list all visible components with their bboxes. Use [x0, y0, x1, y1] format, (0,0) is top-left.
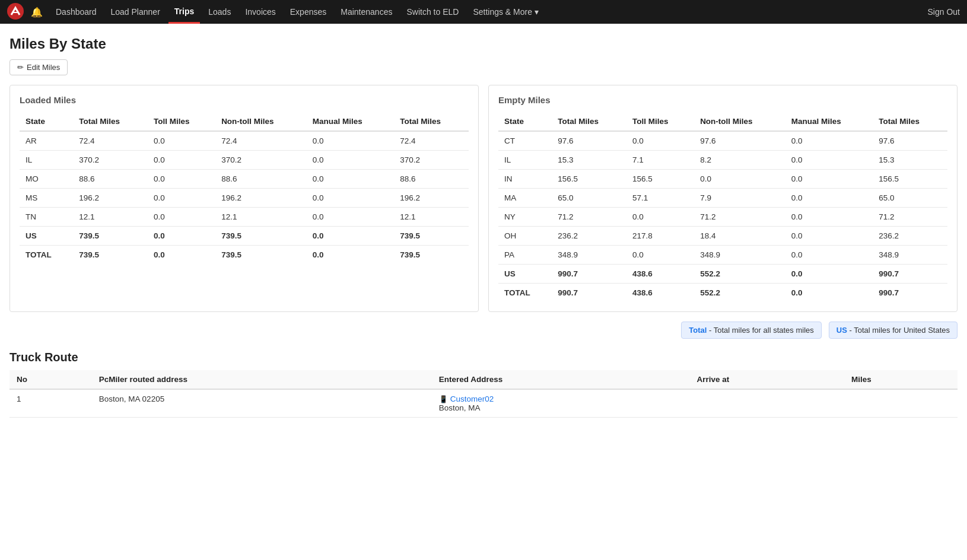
table-row: IL15.37.18.20.015.3: [498, 151, 947, 170]
table-cell: 71.2: [552, 208, 626, 227]
table-cell: 196.2: [73, 189, 148, 208]
table-cell: 739.5: [394, 246, 469, 265]
table-cell: 739.5: [215, 227, 307, 246]
em-col-total-miles: Total Miles: [552, 112, 626, 131]
lm-col-toll-miles: Toll Miles: [148, 112, 215, 131]
main-content: Miles By State ✏ Edit Miles Loaded Miles…: [0, 24, 967, 429]
table-cell: 0.0: [148, 151, 215, 170]
route-miles: [844, 389, 958, 418]
nav-item-switch-eld[interactable]: Switch to ELD: [400, 0, 465, 24]
table-row: TOTAL739.50.0739.50.0739.5: [20, 246, 469, 265]
table-cell: 370.2: [73, 151, 148, 170]
empty-miles-body: CT97.60.097.60.097.6IL15.37.18.20.015.3I…: [498, 131, 947, 302]
page-title: Miles By State: [9, 36, 958, 52]
nav-item-trips[interactable]: Trips: [168, 0, 200, 24]
table-cell: TN: [20, 208, 73, 227]
table-cell: 0.0: [785, 170, 873, 189]
truck-route-section: Truck Route No PcMiler routed address En…: [9, 351, 958, 418]
table-row: US990.7438.6552.20.0990.7: [498, 265, 947, 284]
table-cell: 0.0: [307, 151, 394, 170]
table-cell: 0.0: [307, 208, 394, 227]
table-cell: 0.0: [785, 284, 873, 303]
table-cell: NY: [498, 208, 552, 227]
route-col-entered-address: Entered Address: [432, 370, 690, 389]
edit-miles-button[interactable]: ✏ Edit Miles: [9, 59, 68, 75]
em-col-nontoll-miles: Non-toll Miles: [694, 112, 785, 131]
table-cell: 0.0: [307, 246, 394, 265]
table-row: TN12.10.012.10.012.1: [20, 208, 469, 227]
truck-route-table: No PcMiler routed address Entered Addres…: [9, 370, 958, 418]
table-cell: OH: [498, 227, 552, 246]
loaded-miles-table: State Total Miles Toll Miles Non-toll Mi…: [20, 112, 469, 264]
legend-us: US - Total miles for United States: [829, 322, 958, 339]
loaded-miles-card: Loaded Miles State Total Miles Toll Mile…: [9, 85, 479, 312]
nav-item-dashboard[interactable]: Dashboard: [50, 0, 103, 24]
table-cell: 0.0: [694, 170, 785, 189]
table-cell: 990.7: [552, 284, 626, 303]
table-cell: 0.0: [148, 189, 215, 208]
phone-icon: 📱: [439, 395, 448, 403]
nav-item-settings[interactable]: Settings & More ▾: [467, 0, 545, 24]
table-cell: 0.0: [307, 189, 394, 208]
table-cell: 0.0: [785, 131, 873, 151]
table-cell: 348.9: [552, 246, 626, 265]
nav-item-invoices[interactable]: Invoices: [239, 0, 281, 24]
sign-out-link[interactable]: Sign Out: [928, 7, 960, 17]
table-cell: 0.0: [148, 227, 215, 246]
empty-miles-table: State Total Miles Toll Miles Non-toll Mi…: [498, 112, 947, 302]
table-cell: 88.6: [215, 170, 307, 189]
route-arrive-at: [690, 389, 844, 418]
lm-col-total-miles: Total Miles: [73, 112, 148, 131]
table-cell: CT: [498, 131, 552, 151]
table-cell: 348.9: [873, 246, 947, 265]
table-cell: 71.2: [694, 208, 785, 227]
table-row: US739.50.0739.50.0739.5: [20, 227, 469, 246]
table-cell: 12.1: [394, 208, 469, 227]
table-cell: 156.5: [873, 170, 947, 189]
nav-item-expenses[interactable]: Expenses: [284, 0, 332, 24]
table-row: MA65.057.17.90.065.0: [498, 189, 947, 208]
table-cell: 65.0: [873, 189, 947, 208]
table-cell: 438.6: [626, 265, 694, 284]
table-row: IL370.20.0370.20.0370.2: [20, 151, 469, 170]
customer-link[interactable]: Customer02: [450, 394, 494, 403]
table-cell: 739.5: [73, 227, 148, 246]
table-row: MO88.60.088.60.088.6: [20, 170, 469, 189]
table-cell: US: [498, 265, 552, 284]
table-cell: 0.0: [307, 227, 394, 246]
table-row: PA348.90.0348.90.0348.9: [498, 246, 947, 265]
bell-icon[interactable]: 🔔: [31, 7, 43, 18]
table-cell: 370.2: [215, 151, 307, 170]
table-cell: 0.0: [785, 246, 873, 265]
table-cell: 57.1: [626, 189, 694, 208]
table-row: MS196.20.0196.20.0196.2: [20, 189, 469, 208]
table-cell: US: [20, 227, 73, 246]
route-pc-address: Boston, MA 02205: [92, 389, 432, 418]
table-cell: 0.0: [148, 131, 215, 151]
nav-item-load-planner[interactable]: Load Planner: [105, 0, 166, 24]
table-cell: 739.5: [215, 246, 307, 265]
route-col-arrive-at: Arrive at: [690, 370, 844, 389]
table-cell: 196.2: [394, 189, 469, 208]
table-cell: TOTAL: [20, 246, 73, 265]
table-row: CT97.60.097.60.097.6: [498, 131, 947, 151]
loaded-miles-body: AR72.40.072.40.072.4IL370.20.0370.20.037…: [20, 131, 469, 264]
table-cell: 236.2: [552, 227, 626, 246]
table-cell: 236.2: [873, 227, 947, 246]
table-cell: MO: [20, 170, 73, 189]
table-cell: 97.6: [552, 131, 626, 151]
table-cell: 438.6: [626, 284, 694, 303]
loaded-miles-header-row: State Total Miles Toll Miles Non-toll Mi…: [20, 112, 469, 131]
table-cell: 0.0: [626, 246, 694, 265]
table-row: NY71.20.071.20.071.2: [498, 208, 947, 227]
table-cell: 0.0: [785, 189, 873, 208]
brand-logo: [7, 3, 24, 21]
table-cell: 739.5: [73, 246, 148, 265]
lm-col-nontoll-miles: Non-toll Miles: [215, 112, 307, 131]
nav-item-loads[interactable]: Loads: [202, 0, 237, 24]
table-cell: 12.1: [215, 208, 307, 227]
lm-col-state: State: [20, 112, 73, 131]
nav-item-maintenances[interactable]: Maintenances: [335, 0, 398, 24]
table-cell: 88.6: [73, 170, 148, 189]
table-cell: 71.2: [873, 208, 947, 227]
